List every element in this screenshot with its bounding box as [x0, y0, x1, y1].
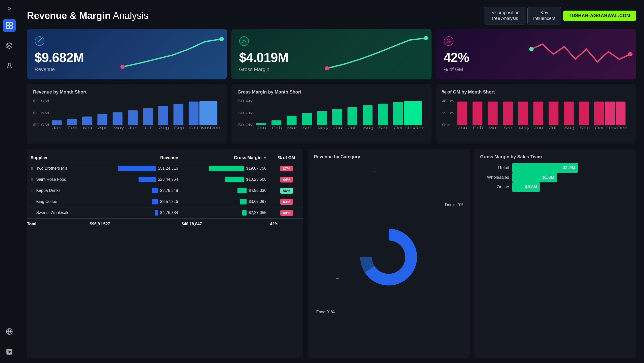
svg-text:Mar: Mar	[287, 126, 297, 130]
svg-rect-25	[67, 119, 77, 125]
svg-rect-95	[615, 102, 625, 125]
svg-rect-86	[488, 102, 497, 125]
supplier-name: ⊞ Saint Rose Food	[27, 174, 90, 185]
svg-text:Dec: Dec	[414, 126, 424, 130]
table-row: ⊞ King Coffee $8,57,316 $3,65,097 43%	[27, 196, 303, 207]
svg-point-6	[35, 37, 44, 46]
kpi-row: $9.682M Revenue	[27, 29, 636, 79]
expand-icon[interactable]: ⊞	[31, 177, 34, 182]
revenue-icon	[35, 36, 84, 48]
page-title: Revenue & Margin Analysis	[27, 10, 149, 21]
revenue-cell: $51,24,316	[90, 163, 182, 174]
col-pct: % of GM	[270, 154, 303, 163]
donut-area: Drinks 9% Food 91%	[314, 162, 463, 352]
sidebar: »	[0, 0, 19, 363]
svg-text:Mar: Mar	[83, 126, 93, 130]
gm-icon	[239, 36, 288, 48]
header-tabs: Decomposition Tree Analysis Key Influenc…	[484, 7, 636, 24]
supplier-name: ⊞ King Coffee	[27, 196, 90, 207]
svg-text:20%: 20%	[442, 111, 454, 115]
svg-text:Apr: Apr	[98, 126, 107, 130]
sidebar-item-linkedin[interactable]	[3, 345, 16, 358]
pct-cell: 48%	[270, 207, 303, 219]
hbar-label-1: Wholesales	[480, 175, 509, 180]
col-supplier: Supplier	[27, 154, 90, 163]
col-gm: Gross Margin ▼	[182, 154, 270, 163]
hbar-label-0: Retail	[480, 165, 509, 170]
gm-label: Gross Margin	[239, 67, 288, 72]
sidebar-toggle[interactable]: »	[8, 5, 11, 12]
tab-decomposition[interactable]: Decomposition Tree Analysis	[484, 7, 525, 24]
gm-value: $4.019M	[239, 51, 288, 64]
svg-text:Apr: Apr	[302, 126, 311, 130]
svg-text:$0.0M: $0.0M	[33, 123, 49, 127]
kpi-card-revenue: $9.682M Revenue	[27, 29, 227, 79]
chart-gm-month: Gross Margin by Month Short $0.4M $0.2M …	[231, 84, 431, 144]
expand-icon[interactable]: ⊞	[31, 166, 34, 170]
donut-title: Revenue by Category	[314, 154, 463, 160]
svg-rect-57	[302, 113, 312, 125]
svg-text:Jun: Jun	[128, 126, 138, 130]
col-revenue: Revenue	[90, 154, 182, 163]
svg-text:$0.4M: $0.4M	[237, 99, 254, 103]
table-totals-row: Total $96,81,527 $40,18,847 42%	[27, 219, 303, 226]
svg-text:Jan: Jan	[257, 126, 266, 130]
sidebar-item-flask[interactable]	[3, 59, 16, 72]
svg-text:Dec: Dec	[210, 126, 220, 130]
table-row: ⊞ Kappa Drinks $8,78,548 $4,95,336 56%	[27, 185, 303, 196]
table-scroll[interactable]: Supplier Revenue Gross Margin ▼ % of GM …	[27, 154, 303, 226]
revenue-cell: $8,57,316	[90, 196, 182, 207]
svg-point-9	[219, 37, 224, 41]
expand-icon[interactable]: ⊞	[31, 211, 34, 215]
hbar-row: Online $0.8M	[480, 182, 630, 192]
expand-icon[interactable]: ⊞	[31, 200, 34, 204]
gm-cell: $3,65,097	[182, 196, 270, 207]
svg-text:$0.0M: $0.0M	[237, 123, 254, 127]
revenue-cell: $23,44,964	[90, 174, 182, 185]
svg-text:May: May	[519, 126, 530, 130]
pct-gm-label: % of GM	[444, 67, 469, 72]
svg-text:Aug: Aug	[363, 126, 373, 130]
kpi-left-revenue: $9.682M Revenue	[35, 36, 84, 72]
kpi-left-gm: $4.019M Gross Margin	[239, 36, 288, 72]
hbar-row: Wholesales $1.3M	[480, 173, 630, 182]
hbar-title: Gross Margin by Sales Team	[480, 154, 630, 160]
chart-pct-area: 40% 20% 0% Jan Fe	[442, 98, 630, 141]
svg-rect-91	[564, 102, 574, 125]
main-content: Revenue & Margin Analysis Decomposition …	[19, 0, 644, 363]
supplier-name: ⊞ Two Brothers Mill	[27, 163, 90, 174]
svg-rect-94	[605, 102, 615, 125]
pct-cell: 37%	[270, 163, 303, 174]
tab-brand[interactable]: TUSHAR-AGGARWAL.COM	[563, 11, 636, 21]
charts-row: Revenue by Month Short $1.0M $0.5M $0.0M	[27, 84, 636, 144]
svg-rect-56	[287, 116, 297, 125]
sidebar-item-balance[interactable]	[3, 39, 16, 52]
svg-text:May: May	[318, 126, 329, 130]
totals-gm: $40,18,847	[182, 219, 270, 226]
tab-key-influencers[interactable]: Key Influencers	[527, 7, 561, 24]
expand-icon[interactable]: ⊞	[31, 189, 34, 193]
svg-rect-2	[6, 26, 9, 28]
totals-revenue: $96,81,527	[90, 219, 182, 226]
sidebar-item-dashboard[interactable]	[3, 19, 16, 32]
gm-cell: $4,95,336	[182, 185, 270, 196]
svg-text:Jul: Jul	[549, 126, 556, 130]
chart-pct-month: % of GM by Month Short 40% 20% 0%	[436, 84, 636, 144]
kpi-left-pct-gm: % 42% % of GM	[444, 36, 469, 72]
revenue-label: Revenue	[35, 67, 84, 72]
hbar-bar-wrap-1: $1.3M	[512, 173, 630, 182]
svg-text:40%: 40%	[442, 99, 454, 103]
chart-revenue-title: Revenue by Month Short	[33, 89, 221, 95]
header: Revenue & Margin Analysis Decomposition …	[27, 7, 636, 24]
kpi-card-pct-gm: % 42% % of GM	[436, 29, 636, 79]
svg-rect-88	[518, 102, 528, 125]
hbar-label-2: Online	[480, 185, 509, 190]
svg-text:Apr: Apr	[503, 126, 512, 130]
bottom-row: Supplier Revenue Gross Margin ▼ % of GM …	[27, 149, 636, 358]
sidebar-item-globe[interactable]	[3, 325, 16, 338]
svg-rect-32	[173, 104, 183, 125]
hbar-rows: Retail $1.9M Wholesales $1.3M Online $0.…	[480, 163, 630, 192]
svg-text:Jan: Jan	[458, 126, 467, 130]
table-row: ⊞ Two Brothers Mill $51,24,316 $19,07,75…	[27, 163, 303, 174]
svg-rect-93	[594, 102, 604, 125]
